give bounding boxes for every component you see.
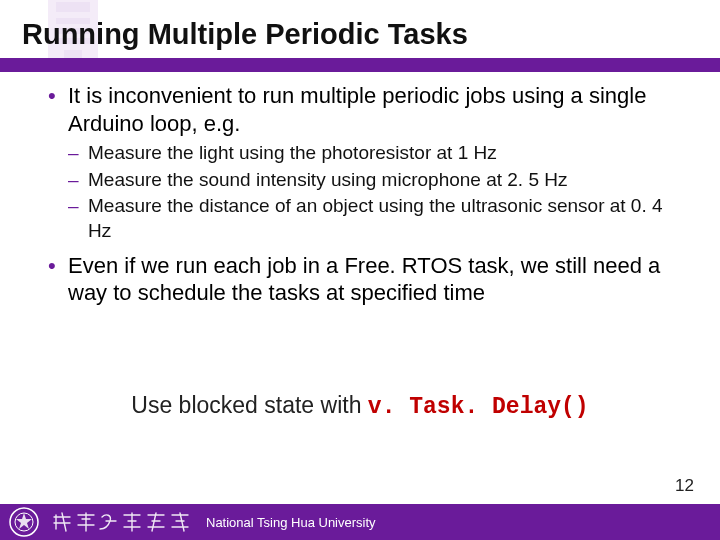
university-calligraphy-icon (52, 510, 192, 534)
slide: Running Multiple Periodic Tasks It is in… (0, 0, 720, 540)
footer-university-name: National Tsing Hua University (206, 515, 376, 530)
sub-bullet-list: Measure the light using the photoresisto… (68, 141, 688, 244)
bullet-item: Even if we run each job in a Free. RTOS … (48, 252, 688, 307)
bullet-list: It is inconvenient to run multiple perio… (48, 82, 688, 307)
callout-code: v. Task. Delay() (368, 394, 589, 420)
bullet-text: Even if we run each job in a Free. RTOS … (68, 253, 660, 306)
svg-rect-1 (56, 2, 90, 12)
slide-content: It is inconvenient to run multiple perio… (48, 82, 688, 313)
sub-bullet-item: Measure the sound intensity using microp… (68, 168, 688, 193)
bullet-item: It is inconvenient to run multiple perio… (48, 82, 688, 244)
callout-prefix: Use blocked state with (131, 392, 368, 418)
title-underline-bar (0, 58, 720, 72)
sub-bullet-item: Measure the light using the photoresisto… (68, 141, 688, 166)
sub-bullet-item: Measure the distance of an object using … (68, 194, 688, 243)
sub-bullet-text: Measure the sound intensity using microp… (88, 169, 568, 190)
footer-bar: National Tsing Hua University (0, 504, 720, 540)
slide-title: Running Multiple Periodic Tasks (22, 18, 468, 51)
sub-bullet-text: Measure the distance of an object using … (88, 195, 663, 241)
university-seal-icon (6, 504, 42, 540)
page-number: 12 (675, 476, 694, 496)
callout-line: Use blocked state with v. Task. Delay() (0, 392, 720, 420)
bullet-text: It is inconvenient to run multiple perio… (68, 83, 646, 136)
sub-bullet-text: Measure the light using the photoresisto… (88, 142, 497, 163)
